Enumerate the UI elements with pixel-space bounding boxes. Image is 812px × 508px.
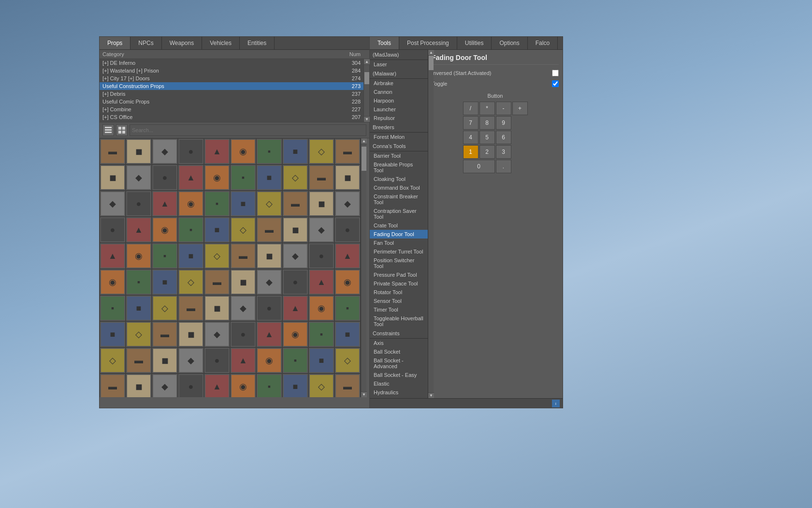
grid-item[interactable]: ▬ bbox=[126, 347, 152, 374]
grid-item[interactable]: ◆ bbox=[308, 217, 334, 243]
tool-list-item[interactable]: Constraint Breaker Tool bbox=[370, 192, 428, 207]
tool-list-item[interactable]: Position Switcher Tool bbox=[370, 256, 428, 270]
grid-item[interactable]: ■ bbox=[334, 321, 361, 347]
tool-list-item[interactable]: Contraption Saver Tool bbox=[370, 207, 428, 221]
tool-list-item[interactable]: Repulsor bbox=[370, 114, 428, 122]
grid-item[interactable]: ● bbox=[230, 321, 256, 347]
grid-item[interactable]: ◇ bbox=[308, 374, 334, 397]
tool-list-item[interactable]: Hydraulics bbox=[370, 388, 428, 397]
grid-item[interactable]: ■ bbox=[152, 269, 178, 295]
tool-list-item[interactable]: Harpoon bbox=[370, 96, 428, 105]
numpad-9[interactable]: 9 bbox=[496, 116, 511, 130]
grid-item[interactable]: ◆ bbox=[334, 191, 361, 217]
grid-item[interactable]: ▬ bbox=[178, 295, 204, 321]
tab-props[interactable]: Props bbox=[100, 37, 130, 49]
numpad-5[interactable]: 5 bbox=[479, 131, 495, 144]
category-row[interactable]: [+] CS Milta 186 bbox=[100, 121, 363, 122]
grid-item[interactable]: ▲ bbox=[100, 243, 126, 269]
grid-item[interactable]: ◼ bbox=[152, 347, 178, 374]
category-row[interactable]: [+] Debris 237 bbox=[100, 90, 363, 98]
tool-list-item[interactable]: Elastic bbox=[370, 379, 428, 388]
tool-list-item[interactable]: Laser bbox=[370, 60, 428, 69]
grid-item[interactable]: ◼ bbox=[100, 164, 126, 191]
grid-item[interactable]: ◇ bbox=[282, 164, 308, 191]
grid-item[interactable]: ▲ bbox=[282, 295, 308, 321]
grid-item[interactable]: ◆ bbox=[204, 321, 230, 347]
grid-item[interactable]: ◉ bbox=[126, 243, 152, 269]
grid-item[interactable]: ▬ bbox=[282, 191, 308, 217]
grid-item[interactable]: ▬ bbox=[100, 138, 126, 164]
tab-npcs[interactable]: NPCs bbox=[130, 37, 161, 49]
grid-item[interactable]: ▲ bbox=[204, 138, 230, 164]
tool-list-item[interactable]: Perimeter Turret Tool bbox=[370, 247, 428, 256]
grid-item[interactable]: ▬ bbox=[100, 374, 126, 397]
tool-list-item[interactable]: Sensor Tool bbox=[370, 297, 428, 305]
grid-item[interactable]: ● bbox=[308, 243, 334, 269]
grid-item[interactable]: ◇ bbox=[126, 321, 152, 347]
grid-item[interactable]: ▪ bbox=[126, 269, 152, 295]
category-row[interactable]: [+] Combine 227 bbox=[100, 105, 363, 113]
numpad-slash[interactable]: / bbox=[463, 102, 478, 115]
category-row[interactable]: [+] Wasteland [+] Prison 284 bbox=[100, 67, 363, 75]
grid-item[interactable]: ▪ bbox=[204, 191, 230, 217]
tool-list-item[interactable]: Ball Socket bbox=[370, 347, 428, 356]
grid-item[interactable]: ◼ bbox=[204, 295, 230, 321]
numpad-4[interactable]: 4 bbox=[463, 131, 478, 144]
list-view-button[interactable] bbox=[102, 124, 114, 136]
numpad-8[interactable]: 8 bbox=[479, 116, 495, 130]
grid-item[interactable]: ◼ bbox=[230, 269, 256, 295]
grid-item[interactable]: ● bbox=[100, 217, 126, 243]
numpad-dot[interactable]: . bbox=[496, 160, 511, 173]
grid-item[interactable]: ▬ bbox=[256, 217, 282, 243]
grid-item[interactable]: ◆ bbox=[256, 269, 282, 295]
numpad-0[interactable]: 0 bbox=[463, 160, 495, 173]
grid-item[interactable]: ■ bbox=[256, 164, 282, 191]
scroll-up-arrow[interactable]: ▲ bbox=[364, 59, 370, 65]
tab-entities[interactable]: Entities bbox=[240, 37, 275, 49]
grid-item[interactable]: ◉ bbox=[256, 347, 282, 374]
grid-item[interactable]: ■ bbox=[100, 321, 126, 347]
grid-item[interactable]: ▬ bbox=[334, 374, 361, 397]
tool-list-item[interactable]: Crate Tool bbox=[370, 221, 428, 230]
grid-item[interactable]: ◼ bbox=[334, 164, 361, 191]
grid-item[interactable]: ■ bbox=[126, 295, 152, 321]
tool-list-item[interactable]: Axis bbox=[370, 339, 428, 347]
grid-item[interactable]: ▪ bbox=[308, 321, 334, 347]
grid-item[interactable]: ■ bbox=[178, 243, 204, 269]
tool-list-item[interactable]: Fading Door Tool bbox=[370, 230, 428, 239]
grid-item[interactable]: ◼ bbox=[178, 321, 204, 347]
tool-list-item[interactable]: Airbrake bbox=[370, 79, 428, 88]
tools-scrollbar[interactable]: ▲ ▼ bbox=[428, 50, 434, 398]
category-row-selected[interactable]: Useful Construction Props 273 bbox=[100, 82, 363, 90]
grid-item[interactable]: ▪ bbox=[152, 243, 178, 269]
grid-item[interactable]: ◆ bbox=[178, 347, 204, 374]
grid-item[interactable]: ▬ bbox=[230, 243, 256, 269]
grid-item[interactable]: ■ bbox=[282, 374, 308, 397]
grid-item[interactable]: ◇ bbox=[256, 191, 282, 217]
tool-list-item[interactable]: Breakable Props Tool bbox=[370, 160, 428, 175]
grid-item[interactable]: ▲ bbox=[178, 164, 204, 191]
grid-item[interactable]: ▲ bbox=[230, 347, 256, 374]
tool-list-item[interactable]: Fan Tool bbox=[370, 239, 428, 247]
category-scrollbar[interactable]: ▲ ▼ bbox=[363, 59, 369, 122]
category-row[interactable]: Useful Comic Props 228 bbox=[100, 98, 363, 105]
grid-item[interactable]: ◆ bbox=[152, 138, 178, 164]
numpad-1[interactable]: 1 bbox=[463, 145, 478, 159]
tool-list-item[interactable]: Command Box Tool bbox=[370, 183, 428, 192]
tool-list-item[interactable]: Ball Socket - Easy bbox=[370, 371, 428, 379]
grid-item[interactable]: ◇ bbox=[100, 347, 126, 374]
grid-item[interactable]: ◆ bbox=[152, 374, 178, 397]
tab-falco[interactable]: Falco bbox=[528, 37, 558, 49]
grid-item[interactable]: ◇ bbox=[230, 217, 256, 243]
grid-item[interactable]: ◇ bbox=[178, 269, 204, 295]
grid-item[interactable]: ▲ bbox=[126, 217, 152, 243]
scroll-thumb[interactable] bbox=[364, 72, 369, 84]
tab-options[interactable]: Options bbox=[492, 37, 527, 49]
tab-weapons[interactable]: Weapons bbox=[162, 37, 202, 49]
tool-list-item[interactable]: Ball Socket - Advanced bbox=[370, 356, 428, 371]
grid-item[interactable]: ■ bbox=[282, 138, 308, 164]
grid-item[interactable]: ● bbox=[126, 191, 152, 217]
grid-item[interactable]: ◇ bbox=[204, 243, 230, 269]
tool-list-item[interactable]: Private Space Tool bbox=[370, 279, 428, 288]
grid-item[interactable]: ◇ bbox=[308, 138, 334, 164]
